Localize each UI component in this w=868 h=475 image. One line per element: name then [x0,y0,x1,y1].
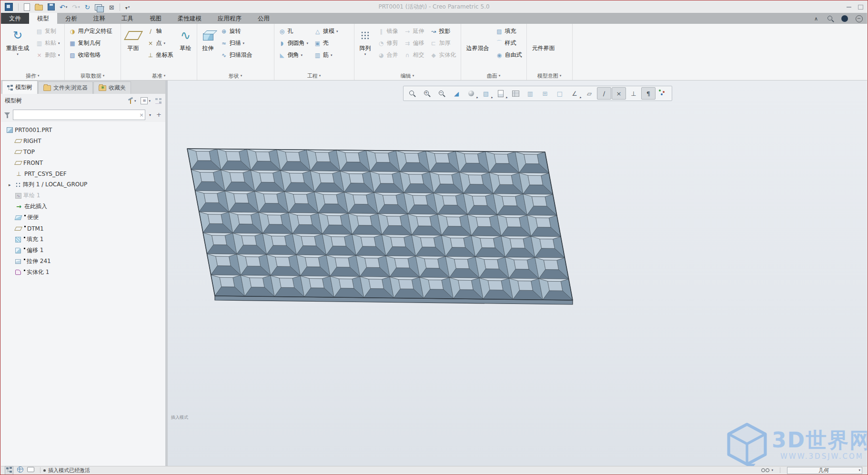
tab-tools[interactable]: 工具 [113,13,141,24]
regenerate-button[interactable]: 重新生成▾ [3,25,32,71]
collapse-ribbon-icon[interactable] [812,14,820,23]
zoom-fit-button[interactable] [405,87,419,100]
group-label-operations[interactable]: 操作▾ [1,71,64,80]
tree-settings-button[interactable]: ▾ [128,98,136,104]
shrinkwrap-button[interactable]: ▧收缩包络 [67,49,115,61]
panel-tab-folder-browser[interactable]: 文件夹浏览器 [38,81,93,94]
panel-tab-favorites[interactable]: 收藏夹 [93,81,131,94]
minimize-button[interactable] [847,7,851,8]
model-tree-toggle-button[interactable] [5,466,13,475]
customize-toolbar-icon[interactable]: ▾ [124,2,131,12]
tree-item-dtm1[interactable]: DTM1 [1,223,165,234]
trim-button[interactable]: ◔修剪 [375,37,401,49]
intersect-button[interactable]: ∩相交 [402,49,427,61]
graphics-area[interactable]: +−◢◂▧◂◂▥⊞□∠◂▱∕×⊥¶ 插入模式 3D世界网 WWW.3DSJW.C… [168,81,867,466]
tree-item-solidify-1[interactable]: 实体化 1 [1,267,165,278]
display-style-button[interactable]: ▧◂ [479,87,493,100]
hole-button[interactable]: ◎孔 [276,25,311,37]
maximize-button[interactable] [858,5,863,10]
csys-display-button[interactable]: ⊥ [626,87,641,100]
draft-button[interactable]: △拔模▾ [312,25,341,37]
solidify-button[interactable]: ◆实体化 [428,49,459,61]
tab-model[interactable]: 模型 [29,13,57,24]
tree-item-prt-csys-def[interactable]: PRT_CSYS_DEF [1,168,165,179]
redo-icon[interactable]: ▾ [71,2,81,12]
blank-panel-toggle-button[interactable] [27,467,34,474]
revolve-button[interactable]: ⊕旋转 [218,25,255,37]
group-label-model-intent[interactable]: 模型意图▾ [527,71,572,80]
boundary-blend-button[interactable]: 边界混合 [463,25,493,71]
plane-button[interactable]: 平面 [123,25,144,71]
style-button[interactable]: ⌒样式 [494,37,525,49]
saved-orientations-button[interactable]: ◂ [494,87,508,100]
perspective-view-button[interactable]: □ [553,87,567,100]
point-button[interactable]: ×点▾ [145,37,176,49]
tree-item-insert-here[interactable]: 在此插入 [1,201,165,212]
axis-button[interactable]: ∕轴 [145,25,176,37]
copy-button[interactable]: ▤复制 [33,25,62,37]
group-label-editing[interactable]: 编辑▾ [354,71,461,80]
datum-display-filters-button[interactable]: ∠◂ [567,87,582,100]
tab-utilities[interactable]: 公用 [250,13,278,24]
axis-display-button[interactable]: ∕ [597,87,611,100]
udf-button[interactable]: ◑用户定义特征 [67,25,115,37]
add-filter-button[interactable]: + [155,111,162,119]
shell-button[interactable]: ▣壳 [312,37,341,49]
tab-analysis[interactable]: 分析 [57,13,85,24]
search-dropdown-icon[interactable]: ▾ [147,113,153,117]
component-interface-button[interactable]: 元件界面 [529,25,558,71]
undo-icon[interactable]: ▾ [59,2,68,12]
save-file-icon[interactable] [47,3,56,11]
swept-blend-button[interactable]: ∿扫描混合 [218,49,255,61]
fill-button[interactable]: ▨填充 [494,25,525,37]
extend-button[interactable]: →延伸 [402,25,427,37]
tab-flexible-modeling[interactable]: 柔性建模 [170,13,210,24]
paste-button[interactable]: ▥粘贴▾ [33,37,62,49]
creo-app-icon[interactable] [4,2,14,11]
clear-search-icon[interactable]: × [138,112,145,118]
group-label-datum[interactable]: 基准▾ [121,71,197,80]
group-label-shapes[interactable]: 形状▾ [197,71,274,80]
merge-button[interactable]: ◕合并 [375,49,401,61]
rib-button[interactable]: ▥筋▾ [312,49,341,61]
tree-item-top-plane[interactable]: TOP [1,146,165,157]
tab-view[interactable]: 视图 [141,13,170,24]
group-label-surfaces[interactable]: 曲面▾ [461,71,526,80]
tree-item-right-plane[interactable]: RIGHT [1,135,165,146]
view-manager-button[interactable] [508,87,523,100]
tree-item-fill-1[interactable]: 填充 1 [1,234,165,245]
delete-button[interactable]: ×删除▾ [33,49,62,61]
spin-center-button[interactable] [656,87,670,100]
tree-item-sketch-1[interactable]: 草绘 1 [1,190,165,201]
3d-model[interactable] [168,81,867,466]
exploded-view-button[interactable]: ⊞ [538,87,552,100]
zoom-out-button[interactable]: − [434,87,449,100]
tree-item-prt0001[interactable]: PRT0001.PRT [1,124,165,135]
tree-item-front-plane[interactable]: FRONT [1,157,165,168]
open-file-icon[interactable] [34,3,44,11]
tree-item-offset-1[interactable]: 偏移 1 [1,245,165,256]
tab-applications[interactable]: 应用程序 [210,13,250,24]
group-label-engineering[interactable]: 工程▾ [274,71,354,80]
close-window-icon[interactable] [108,2,115,12]
shading-style-button[interactable]: ◂ [464,87,478,100]
regenerate-quick-icon[interactable] [84,2,91,12]
pattern-button[interactable]: 阵列▾ [356,25,374,71]
section-view-button[interactable]: ▥ [523,87,537,100]
help-icon[interactable]: − [855,14,863,23]
group-label-get-data[interactable]: 获取数据▾ [65,71,121,80]
tab-file[interactable]: 文件 [1,13,29,24]
annotation-display-button[interactable]: ¶ [641,87,656,100]
tree-item-pattern-1-local-group[interactable]: ▸阵列 1 / LOCAL_GROUP [1,179,165,190]
model-display-icon[interactable]: ▾ [94,3,105,11]
sweep-button[interactable]: ≈扫描▾ [218,37,255,49]
freestyle-button[interactable]: ◉自由式 [494,49,525,61]
point-display-button[interactable]: × [612,87,626,100]
new-file-icon[interactable] [23,3,31,11]
tree-item-extrude-241[interactable]: 拉伸 241 [1,256,165,267]
panel-tab-model-tree[interactable]: 模型树 [2,81,38,94]
csys-button[interactable]: ⊥坐标系 [145,49,176,61]
expand-arrow-icon[interactable]: ▸ [9,182,15,187]
tree-item-quilt-bianbian[interactable]: 便便 [1,212,165,223]
plane-display-button[interactable]: ▱ [582,87,596,100]
